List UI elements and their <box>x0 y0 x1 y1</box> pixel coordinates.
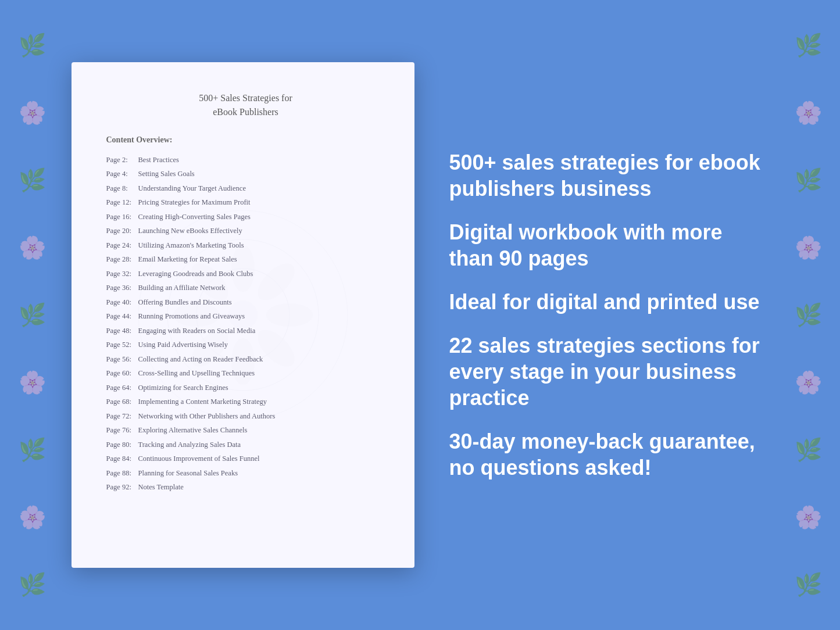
floral-icon: 🌸 <box>795 102 822 124</box>
floral-icon: 🌸 <box>19 102 46 124</box>
toc-item: Page 80:Tracking and Analyzing Sales Dat… <box>106 438 385 452</box>
toc-item: Page 20:Launching New eBooks Effectively <box>106 224 385 239</box>
toc-title: Exploring Alternative Sales Channels <box>138 426 248 434</box>
toc-title: Optimizing for Search Engines <box>138 384 228 392</box>
floral-icon: 🌿 <box>795 34 822 56</box>
toc-title: Collecting and Acting on Reader Feedback <box>138 355 263 363</box>
toc-item: Page 2:Best Practices <box>106 153 385 167</box>
toc-title: Continuous Improvement of Sales Funnel <box>138 454 260 463</box>
toc-item: Page 92:Notes Template <box>106 481 385 495</box>
toc-page-num: Page 2: <box>106 155 138 166</box>
toc-page-num: Page 28: <box>106 255 138 265</box>
toc-page-num: Page 48: <box>106 326 138 337</box>
toc-item: Page 48:Engaging with Readers on Social … <box>106 324 385 338</box>
floral-icon: 🌿 <box>795 304 822 326</box>
toc-page-num: Page 68: <box>106 397 138 407</box>
toc-title: Setting Sales Goals <box>138 170 195 178</box>
toc-page-num: Page 52: <box>106 340 138 350</box>
toc-title: Pricing Strategies for Maximum Profit <box>138 198 251 206</box>
toc-title: Creating High-Converting Sales Pages <box>138 213 251 221</box>
info-panel: 500+ sales strategies for ebook publishe… <box>449 138 769 492</box>
toc-page-num: Page 20: <box>106 226 138 237</box>
toc-item: Page 64:Optimizing for Search Engines <box>106 381 385 395</box>
floral-icon: 🌸 <box>19 237 46 259</box>
toc-page-num: Page 60: <box>106 368 138 379</box>
toc-title: Notes Template <box>138 483 184 491</box>
toc-item: Page 28:Email Marketing for Repeat Sales <box>106 253 385 267</box>
toc-title: Email Marketing for Repeat Sales <box>138 255 237 263</box>
toc-title: Leveraging Goodreads and Book Clubs <box>138 270 253 278</box>
toc-page-num: Page 44: <box>106 312 138 322</box>
toc-item: Page 72:Networking with Other Publishers… <box>106 409 385 424</box>
info-text-1: 500+ sales strategies for ebook publishe… <box>449 149 769 202</box>
toc-item: Page 76:Exploring Alternative Sales Chan… <box>106 424 385 438</box>
toc-item: Page 12:Pricing Strategies for Maximum P… <box>106 196 385 210</box>
floral-icon: 🌿 <box>19 574 46 596</box>
table-of-contents: Page 2:Best PracticesPage 4:Setting Sale… <box>106 153 385 495</box>
info-text-5: 30-day money-back guarantee, no question… <box>449 428 769 481</box>
toc-item: Page 68:Implementing a Content Marketing… <box>106 395 385 410</box>
toc-page-num: Page 88: <box>106 468 138 479</box>
toc-title: Utilizing Amazon's Marketing Tools <box>138 241 244 249</box>
floral-icon: 🌸 <box>19 506 46 528</box>
toc-item: Page 32:Leveraging Goodreads and Book Cl… <box>106 267 385 281</box>
info-text-3: Ideal for digital and printed use <box>449 289 769 315</box>
toc-title: Using Paid Advertising Wisely <box>138 341 228 349</box>
info-block-3: Ideal for digital and printed use <box>449 289 769 315</box>
toc-page-num: Page 84: <box>106 454 138 464</box>
toc-page-num: Page 72: <box>106 411 138 422</box>
toc-page-num: Page 12: <box>106 198 138 208</box>
toc-title: Understanding Your Target Audience <box>138 184 246 192</box>
toc-title: Building an Affiliate Network <box>138 284 226 292</box>
toc-page-num: Page 40: <box>106 298 138 308</box>
toc-item: Page 60:Cross-Selling and Upselling Tech… <box>106 367 385 381</box>
info-block-2: Digital workbook with more than 90 pages <box>449 219 769 271</box>
toc-title: Offering Bundles and Discounts <box>138 298 232 306</box>
floral-decoration-left: 🌿 🌸 🌿 🌸 🌿 🌸 🌿 🌸 🌿 <box>0 0 64 630</box>
floral-icon: 🌿 <box>795 439 822 461</box>
toc-page-num: Page 4: <box>106 169 138 180</box>
info-text-2: Digital workbook with more than 90 pages <box>449 219 769 271</box>
toc-item: Page 8:Understanding Your Target Audienc… <box>106 181 385 196</box>
toc-title: Networking with Other Publishers and Aut… <box>138 412 276 420</box>
toc-title: Tracking and Analyzing Sales Data <box>138 441 241 449</box>
floral-icon: 🌸 <box>795 506 822 528</box>
toc-page-num: Page 56: <box>106 355 138 365</box>
info-block-4: 22 sales strategies sections for every s… <box>449 332 769 411</box>
toc-item: Page 16:Creating High-Converting Sales P… <box>106 210 385 224</box>
toc-title: Implementing a Content Marketing Strateg… <box>138 398 267 406</box>
toc-title: Best Practices <box>138 156 179 164</box>
floral-icon: 🌿 <box>19 439 46 461</box>
toc-page-num: Page 32: <box>106 269 138 280</box>
toc-item: Page 56:Collecting and Acting on Reader … <box>106 352 385 367</box>
toc-title: Engaging with Readers on Social Media <box>138 327 256 335</box>
book-panel: 500+ Sales Strategies for eBook Publishe… <box>72 62 414 568</box>
info-block-1: 500+ sales strategies for ebook publishe… <box>449 149 769 202</box>
toc-title: Launching New eBooks Effectively <box>138 227 242 235</box>
floral-icon: 🌿 <box>795 169 822 191</box>
toc-page-num: Page 92: <box>106 482 138 493</box>
info-text-4: 22 sales strategies sections for every s… <box>449 332 769 411</box>
content-overview-label: Content Overview: <box>106 135 385 145</box>
floral-icon: 🌿 <box>795 574 822 596</box>
floral-icon: 🌸 <box>795 371 822 393</box>
toc-page-num: Page 16: <box>106 212 138 223</box>
main-container: 500+ Sales Strategies for eBook Publishe… <box>72 39 769 591</box>
toc-title: Planning for Seasonal Sales Peaks <box>138 469 238 477</box>
toc-page-num: Page 76: <box>106 425 138 436</box>
toc-item: Page 36:Building an Affiliate Network <box>106 281 385 296</box>
floral-icon: 🌿 <box>19 169 46 191</box>
toc-item: Page 24:Utilizing Amazon's Marketing Too… <box>106 238 385 253</box>
floral-icon: 🌸 <box>19 371 46 393</box>
floral-decoration-right: 🌿 🌸 🌿 🌸 🌿 🌸 🌿 🌸 🌿 <box>776 0 840 630</box>
book-title: 500+ Sales Strategies for eBook Publishe… <box>106 91 385 119</box>
toc-item: Page 88:Planning for Seasonal Sales Peak… <box>106 466 385 481</box>
floral-icon: 🌿 <box>19 34 46 56</box>
toc-page-num: Page 80: <box>106 440 138 450</box>
toc-page-num: Page 24: <box>106 241 138 251</box>
toc-item: Page 4:Setting Sales Goals <box>106 167 385 182</box>
toc-title: Running Promotions and Giveaways <box>138 312 245 320</box>
toc-page-num: Page 36: <box>106 283 138 293</box>
floral-icon: 🌿 <box>19 304 46 326</box>
toc-item: Page 84:Continuous Improvement of Sales … <box>106 452 385 467</box>
